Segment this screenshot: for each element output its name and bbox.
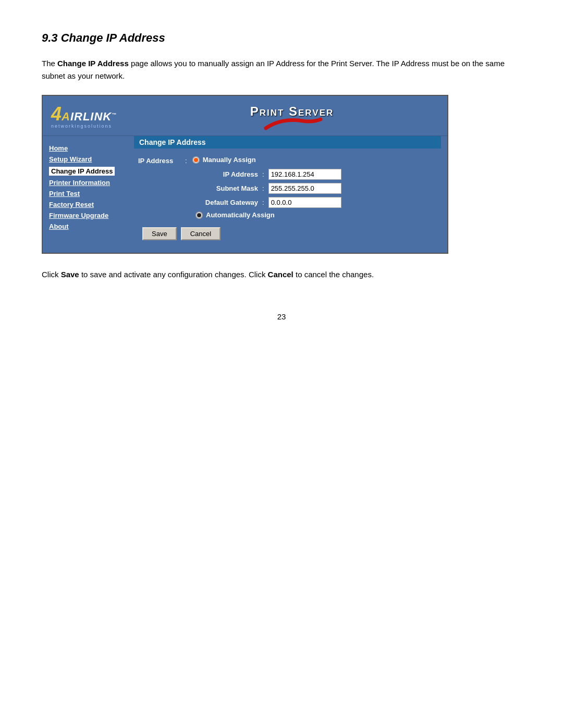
sub-label-ip: IP Address bbox=[195, 170, 258, 178]
save-button[interactable]: Save bbox=[142, 227, 177, 240]
sub-label-gateway: Default Gateway bbox=[195, 199, 258, 206]
browser-body: Home Setup Wizard Change IP Address Prin… bbox=[43, 136, 447, 253]
sub-colon-ip: : bbox=[262, 170, 264, 178]
ui-frame: 4 AIRLINK™ networkingsolutions Print Ser… bbox=[42, 95, 448, 254]
swoosh-graphic bbox=[261, 117, 323, 131]
subnet-mask-input[interactable] bbox=[268, 183, 341, 194]
sidebar-item-setup-wizard[interactable]: Setup Wizard bbox=[49, 155, 128, 163]
intro-paragraph: The Change IP Address page allows you to… bbox=[42, 57, 521, 82]
page-number: 23 bbox=[42, 312, 521, 321]
cancel-button[interactable]: Cancel bbox=[181, 227, 221, 240]
sidebar-item-factory-reset[interactable]: Factory Reset bbox=[49, 201, 128, 208]
manually-assign-label: Manually Assign bbox=[203, 156, 256, 164]
sub-label-subnet: Subnet Mask bbox=[195, 184, 258, 192]
sub-form: IP Address : Subnet Mask : Default Gatew… bbox=[195, 169, 437, 208]
section-title: 9.3 Change IP Address bbox=[42, 31, 521, 45]
sub-row-gateway: Default Gateway : bbox=[195, 197, 437, 208]
sub-row-ip: IP Address : bbox=[195, 169, 437, 180]
sidebar-item-change-ip[interactable]: Change IP Address bbox=[49, 167, 115, 176]
footer-bold-save: Save bbox=[61, 270, 79, 279]
auto-assign-label: Automatically Assign bbox=[206, 211, 275, 219]
sidebar-item-print-test[interactable]: Print Test bbox=[49, 190, 128, 198]
logo-brand-rest: IRLINK bbox=[70, 110, 112, 123]
sidebar-item-firmware-upgrade[interactable]: Firmware Upgrade bbox=[49, 212, 128, 219]
form-area: IP Address : Manually Assign IP Address … bbox=[134, 154, 441, 242]
logo-tm: ™ bbox=[112, 112, 117, 117]
logo-number: 4 bbox=[51, 105, 62, 124]
ip-address-row: IP Address : Manually Assign bbox=[138, 156, 437, 165]
sidebar-item-about[interactable]: About bbox=[49, 223, 128, 230]
manually-assign-radio[interactable] bbox=[192, 156, 200, 164]
logo-networking-text: networkingsolutions bbox=[51, 124, 112, 129]
footer-paragraph: Click Save to save and activate any conf… bbox=[42, 268, 521, 281]
manually-assign-option: Manually Assign bbox=[192, 156, 256, 164]
print-server-title-area: Print Server bbox=[145, 102, 439, 131]
sidebar: Home Setup Wizard Change IP Address Prin… bbox=[43, 136, 134, 253]
ip-colon: : bbox=[185, 156, 187, 165]
content-header: Change IP Address bbox=[134, 136, 441, 149]
logo-area: 4 AIRLINK™ networkingsolutions bbox=[51, 105, 145, 129]
footer-bold-cancel: Cancel bbox=[268, 270, 293, 279]
sub-colon-subnet: : bbox=[262, 184, 264, 192]
logo-airlink: 4 AIRLINK™ bbox=[51, 105, 117, 124]
auto-assign-radio[interactable] bbox=[195, 212, 203, 219]
sidebar-item-home[interactable]: Home bbox=[49, 144, 128, 152]
sub-row-subnet: Subnet Mask : bbox=[195, 183, 437, 194]
ip-address-field-label: IP Address bbox=[138, 156, 185, 165]
auto-assign-row: Automatically Assign bbox=[195, 211, 437, 219]
main-content: Change IP Address IP Address : Manually … bbox=[134, 136, 447, 253]
logo-text: AIRLINK™ bbox=[62, 110, 117, 124]
sub-colon-gateway: : bbox=[262, 199, 264, 206]
sidebar-item-printer-info[interactable]: Printer Information bbox=[49, 179, 128, 187]
logo-brand-a: A bbox=[62, 110, 70, 123]
ui-header: 4 AIRLINK™ networkingsolutions Print Ser… bbox=[43, 96, 447, 136]
ip-address-input[interactable] bbox=[268, 169, 341, 180]
button-row: Save Cancel bbox=[142, 227, 437, 240]
default-gateway-input[interactable] bbox=[268, 197, 341, 208]
intro-bold1: Change IP Address bbox=[57, 59, 129, 68]
